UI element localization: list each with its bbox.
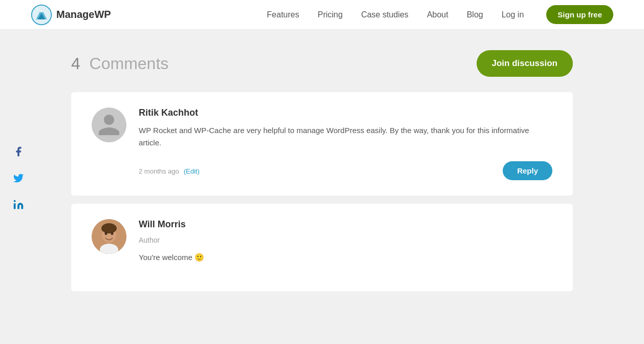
svg-point-8 [101, 223, 117, 233]
comment-body-2: Will Morris Author You're welcome 🙂 [139, 219, 552, 276]
signup-button[interactable]: Sign up free [546, 5, 613, 24]
comment-author-1: Ritik Kachhot [139, 107, 552, 118]
svg-point-10 [105, 232, 108, 235]
comment-role-2: Author [139, 236, 552, 244]
nav-item-case-studies[interactable]: Case studies [361, 10, 409, 19]
twitter-icon[interactable] [10, 170, 27, 186]
logo-link[interactable]: ManageWP [31, 4, 111, 26]
comments-label: Comments [90, 54, 169, 73]
linkedin-icon[interactable] [10, 197, 27, 213]
join-discussion-button[interactable]: Join discussion [477, 50, 573, 77]
comments-header: 4 Comments Join discussion [71, 50, 573, 77]
comment-text-1: WP Rocket and WP-Cache are very helpful … [139, 124, 552, 149]
navbar: ManageWP Features Pricing Case studies A… [0, 0, 644, 30]
comment-card-2: Will Morris Author You're welcome 🙂 [71, 204, 573, 291]
nav-item-blog[interactable]: Blog [467, 10, 483, 19]
reply-button-1[interactable]: Reply [503, 161, 552, 180]
social-sidebar [10, 143, 27, 213]
logo-icon [31, 4, 52, 26]
comment-body-1: Ritik Kachhot WP Rocket and WP-Cache are… [139, 107, 552, 180]
comment-time-1: 2 months ago [139, 167, 179, 175]
avatar-1 [92, 107, 126, 142]
svg-point-11 [111, 232, 114, 235]
page-content: 4 Comments Join discussion Ritik Kachhot… [40, 30, 604, 320]
comment-author-2: Will Morris [139, 219, 552, 230]
nav-list: Features Pricing Case studies About Blog… [267, 5, 613, 24]
facebook-icon[interactable] [10, 143, 27, 160]
comment-meta-1: 2 months ago (Edit) [139, 166, 200, 176]
comment-card-1: Ritik Kachhot WP Rocket and WP-Cache are… [71, 92, 573, 196]
comments-title: 4 Comments [71, 54, 168, 73]
nav-item-features[interactable]: Features [267, 10, 299, 19]
nav-item-login[interactable]: Log in [502, 10, 524, 19]
avatar-2 [92, 219, 126, 254]
nav-item-about[interactable]: About [427, 10, 448, 19]
comment-text-2: You're welcome 🙂 [139, 251, 552, 264]
nav-item-pricing[interactable]: Pricing [317, 10, 342, 19]
comment-count: 4 [71, 54, 80, 73]
logo-text: ManageWP [56, 9, 111, 20]
svg-point-5 [14, 200, 16, 202]
comment-footer-1: 2 months ago (Edit) Reply [139, 161, 552, 180]
comment-edit-link-1[interactable]: (Edit) [184, 167, 200, 175]
